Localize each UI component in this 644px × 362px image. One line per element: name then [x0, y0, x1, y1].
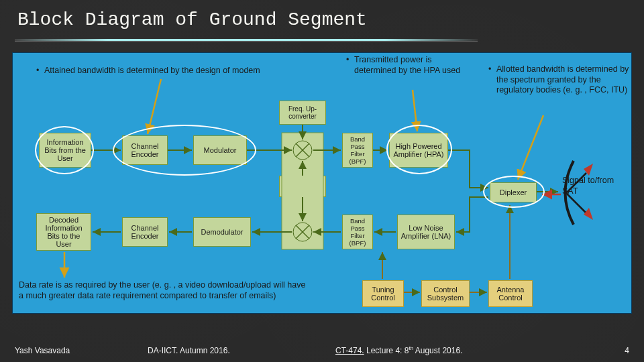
block-bpf-tx: Band Pass Filter (BPF): [342, 133, 373, 168]
block-demodulator-label: Demodulator: [201, 228, 244, 236]
anno-ellipse-diplexer: [483, 176, 545, 208]
slide-root: Block Diagram of Ground Segment • Attain…: [0, 0, 644, 362]
footer-page-number: 4: [625, 346, 629, 355]
block-bpf-rx: Band Pass Filter (BPF): [342, 215, 373, 249]
block-control-subsystem-label: Control Subsystem: [425, 286, 466, 302]
bullet-transmitted-text: Transmitted power is determined by the H…: [354, 55, 460, 75]
block-encoder-rx-label: Channel Encoder: [125, 224, 164, 240]
block-upconverter-label: Freq. Up-converter: [282, 105, 323, 120]
bullet-attained: • Attained bandwidth is determined by th…: [44, 66, 286, 76]
bullet-signal-text: Signal to/from SAT: [562, 176, 614, 196]
block-ref-oscillator-label: Reference Oscillator: [282, 179, 323, 194]
block-control-subsystem: Control Subsystem: [421, 280, 470, 307]
footer-lecture: CT-474. Lecture 4: 8th August 2016.: [335, 345, 462, 355]
slide-title: Block Diagram of Ground Segment: [17, 9, 367, 30]
bullet-datarate: Data rate is as required by the user (e.…: [19, 280, 307, 301]
block-info-out: Decoded Information Bits to the User: [36, 213, 91, 251]
block-antenna-control: Antenna Control: [488, 280, 533, 307]
block-info-out-label: Decoded Information Bits to the User: [40, 216, 88, 248]
footer-author: Yash Vasavada: [15, 346, 70, 355]
block-encoder-rx: Channel Encoder: [122, 217, 168, 247]
title-underline: [15, 39, 478, 41]
block-upconverter: Freq. Up-converter: [279, 101, 326, 125]
footer-lecture-code: CT-474.: [335, 346, 364, 355]
bullet-allotted: • Allotted bandwidth is determined by th…: [496, 64, 631, 96]
block-lna: Low Noise Amplifier (LNA): [397, 215, 455, 249]
footer-lecture-mid: Lecture 4: 8: [364, 346, 409, 355]
block-tuning-control-label: Tuning Control: [366, 286, 400, 302]
block-ref-oscillator: Reference Oscillator: [279, 176, 326, 197]
anno-ellipse-modem: [113, 125, 256, 176]
anno-ellipse-hpa: [386, 125, 452, 174]
bullet-transmitted: • Transmitted power is determined by the…: [354, 55, 468, 76]
bullet-allotted-text: Allotted bandwidth is determined by the …: [496, 64, 629, 95]
footer-institution: DA-IICT. Autumn 2016.: [148, 346, 230, 355]
block-demodulator: Demodulator: [193, 217, 251, 247]
block-bpf-tx-label: Band Pass Filter (BPF): [345, 135, 370, 165]
bullet-signal: Signal to/from SAT: [562, 176, 616, 196]
bullet-dot-icon: •: [488, 64, 491, 75]
block-tuning-control: Tuning Control: [362, 280, 404, 307]
block-antenna-control-label: Antenna Control: [492, 286, 529, 302]
bullet-datarate-text: Data rate is as required by the user (e.…: [19, 280, 305, 300]
bullet-dot-icon: •: [346, 55, 349, 66]
footer-lecture-end: August 2016.: [413, 346, 462, 355]
bullet-attained-text: Attained bandwidth is determined by the …: [44, 66, 260, 75]
bullet-dot-icon: •: [36, 66, 39, 76]
block-bpf-rx-label: Band Pass Filter (BPF): [345, 217, 370, 247]
block-lna-label: Low Noise Amplifier (LNA): [400, 224, 451, 240]
anno-ellipse-info-in: [35, 126, 94, 174]
